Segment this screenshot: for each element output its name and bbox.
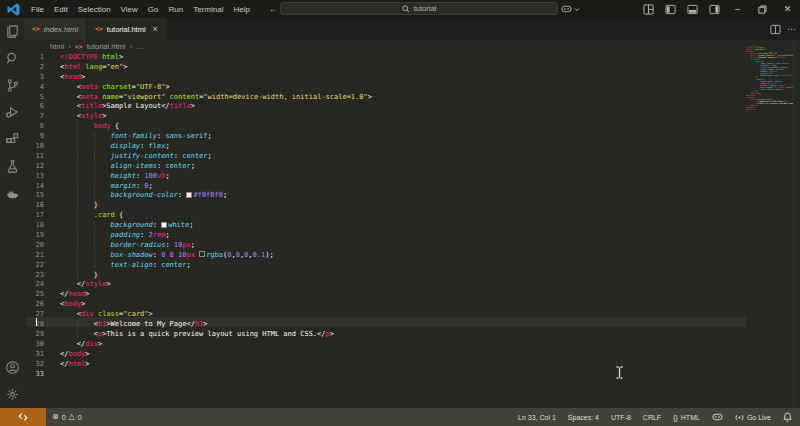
breadcrumb[interactable]: html › <> tutorial.html › … xyxy=(50,40,144,53)
code-line-13[interactable]: height: 100vh; xyxy=(50,172,800,182)
broadcast-icon xyxy=(735,413,744,422)
code-line-24[interactable]: </style> xyxy=(50,280,800,290)
menu-selection[interactable]: Selection xyxy=(73,3,116,16)
warnings-count: 0 xyxy=(78,414,82,421)
line-number: 21 xyxy=(24,251,50,261)
line-number: 19 xyxy=(24,231,50,241)
line-number: 4 xyxy=(24,83,50,93)
code-editor[interactable]: 1234567891011121314151617181920212223242… xyxy=(24,53,800,408)
code-line-10[interactable]: display: flex; xyxy=(50,142,800,152)
close-tab-icon[interactable]: × xyxy=(153,24,158,34)
code-line-33[interactable] xyxy=(50,370,800,380)
code-line-26[interactable]: <body> xyxy=(50,300,800,310)
search-icon[interactable] xyxy=(0,45,24,72)
warnings-icon: △ xyxy=(69,413,75,421)
docker-icon[interactable] xyxy=(0,180,24,207)
language-status[interactable]: {} HTML xyxy=(667,414,706,421)
toggle-sidebar-left-icon[interactable] xyxy=(659,0,681,18)
line-number: 24 xyxy=(24,280,50,290)
code-line-28[interactable]: <h1>Welcome to My Page</h1> xyxy=(50,320,800,330)
restore-button[interactable] xyxy=(750,0,775,18)
breadcrumb-folder[interactable]: html xyxy=(50,42,64,51)
tab-index.html[interactable]: <>index.html xyxy=(24,18,87,40)
chevron-down-icon xyxy=(574,7,580,12)
errors-icon: ⊗ xyxy=(52,413,59,421)
code-line-21[interactable]: box-shadow: 0 0 10px rgba(0,0,0,0.1); xyxy=(50,251,800,261)
menu-go[interactable]: Go xyxy=(143,3,164,16)
code-line-9[interactable]: font-family: sans-serif; xyxy=(50,132,800,142)
code-line-4[interactable]: <meta charset="UTF-8"> xyxy=(50,83,800,93)
code-line-3[interactable]: <head> xyxy=(50,73,800,83)
cursor-position-status[interactable]: Ln 33, Col 1 xyxy=(512,414,562,421)
code-line-14[interactable]: margin: 0; xyxy=(50,182,800,192)
nav-back-icon[interactable]: ← xyxy=(269,4,279,14)
toggle-panel-icon[interactable] xyxy=(681,0,703,18)
indentation-status[interactable]: Spaces: 4 xyxy=(562,414,605,421)
menu-run[interactable]: Run xyxy=(163,3,188,16)
account-icon[interactable] xyxy=(0,354,24,381)
code-line-20[interactable]: border-radius: 10px; xyxy=(50,241,800,251)
code-line-15[interactable]: background-color: #f0f0f0; xyxy=(50,191,800,201)
minimize-button[interactable]: – xyxy=(725,0,750,18)
menu-view[interactable]: View xyxy=(116,3,143,16)
testing-icon[interactable] xyxy=(0,153,24,180)
code-line-5[interactable]: <meta name="viewport" content="width=dev… xyxy=(50,93,800,103)
notifications-bell[interactable] xyxy=(777,412,800,422)
split-editor-icon[interactable] xyxy=(770,24,781,35)
color-swatch xyxy=(186,192,192,198)
copilot-status[interactable] xyxy=(706,412,729,422)
line-number: 1 xyxy=(24,53,50,63)
vscode-logo-icon xyxy=(7,3,20,16)
run-debug-icon[interactable] xyxy=(0,99,24,126)
vscode-window: FileEditSelectionViewGoRunTerminalHelp ←… xyxy=(0,0,800,426)
mouse-ibeam-cursor xyxy=(615,366,624,379)
code-line-6[interactable]: <title>Sample Layout</title> xyxy=(50,102,800,112)
extensions-icon[interactable] xyxy=(0,126,24,153)
code-line-25[interactable]: </head> xyxy=(50,290,800,300)
problems-status[interactable]: ⊗ 0 △ 0 xyxy=(46,413,88,421)
copilot-menu[interactable] xyxy=(561,0,580,18)
code-line-18[interactable]: background: white; xyxy=(50,221,800,231)
line-number: 31 xyxy=(24,350,50,360)
code-line-17[interactable]: .card { xyxy=(50,211,800,221)
toggle-sidebar-right-icon[interactable] xyxy=(703,0,725,18)
text-caret xyxy=(36,318,37,327)
eol-status[interactable]: CRLF xyxy=(637,414,667,421)
code-line-2[interactable]: <html lang="en"> xyxy=(50,63,800,73)
menu-help[interactable]: Help xyxy=(228,3,254,16)
code-line-29[interactable]: <p>This is a quick preview layout using … xyxy=(50,330,800,340)
remote-indicator-button[interactable] xyxy=(0,408,46,426)
explorer-icon[interactable] xyxy=(0,18,24,45)
customize-layout-icon[interactable] xyxy=(637,0,659,18)
menu-edit[interactable]: Edit xyxy=(49,3,73,16)
code-line-12[interactable]: align-items: center; xyxy=(50,162,800,172)
go-live-button[interactable]: Go Live xyxy=(729,413,777,422)
more-actions-icon[interactable]: ⋯ xyxy=(787,24,796,34)
code-line-23[interactable]: } xyxy=(50,271,800,281)
code-content[interactable]: <!DOCTYPE html><html lang="en"><head> <m… xyxy=(50,53,800,379)
breadcrumb-file[interactable]: tutorial.html xyxy=(87,42,126,51)
close-window-button[interactable]: ✕ xyxy=(775,0,800,18)
line-number: 15 xyxy=(24,191,50,201)
encoding-status[interactable]: UTF-8 xyxy=(605,414,637,421)
code-line-30[interactable]: </div> xyxy=(50,340,800,350)
settings-gear-icon[interactable] xyxy=(0,381,24,408)
code-line-8[interactable]: body { xyxy=(50,122,800,132)
code-line-31[interactable]: </body> xyxy=(50,350,800,360)
tab-tutorial.html[interactable]: <>tutorial.html× xyxy=(87,18,166,40)
command-center-search[interactable]: tutorial xyxy=(280,2,558,15)
go-live-label: Go Live xyxy=(747,414,771,421)
source-control-icon[interactable] xyxy=(0,72,24,99)
code-line-7[interactable]: <style> xyxy=(50,112,800,122)
code-line-16[interactable]: } xyxy=(50,201,800,211)
code-line-32[interactable]: </html> xyxy=(50,360,800,370)
minimap[interactable]: <!DOCTYPE html><html lang="en"><head> <m… xyxy=(746,46,793,376)
code-line-22[interactable]: text-align: center; xyxy=(50,261,800,271)
menu-file[interactable]: File xyxy=(26,3,49,16)
code-line-19[interactable]: padding: 2rem; xyxy=(50,231,800,241)
code-line-11[interactable]: justify-content: center; xyxy=(50,152,800,162)
breadcrumb-symbol[interactable]: … xyxy=(136,42,144,51)
code-line-27[interactable]: <div class="card"> xyxy=(50,310,800,320)
menu-terminal[interactable]: Terminal xyxy=(188,3,228,16)
code-line-1[interactable]: <!DOCTYPE html> xyxy=(50,53,800,63)
